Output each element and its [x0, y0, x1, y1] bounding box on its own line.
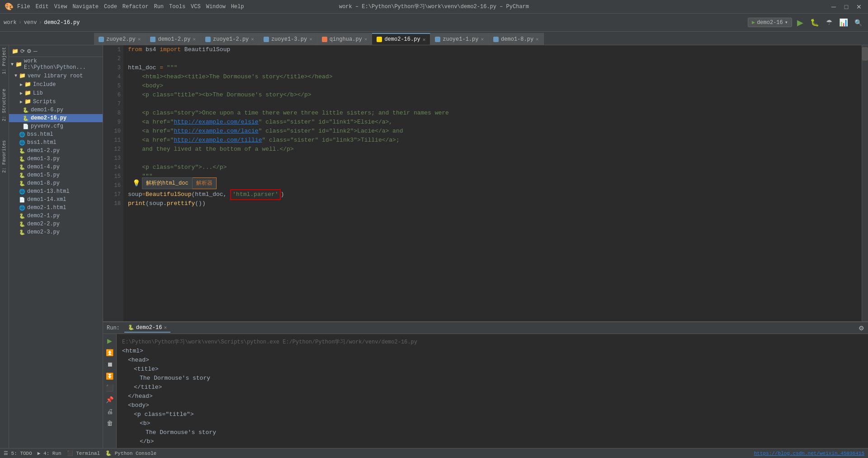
tab-close-icon[interactable]: ✕ — [536, 36, 539, 42]
tree-item-demo1-4[interactable]: 🐍 demo1-4.py — [9, 163, 103, 171]
menu-navigate[interactable]: Navigate — [72, 4, 99, 10]
tab-demo1-2[interactable]: demo1-2.py ✕ — [146, 33, 201, 45]
tab-close-icon[interactable]: ✕ — [309, 36, 312, 42]
run-wrap-btn[interactable]: ⬛ — [105, 383, 115, 393]
sidebar-toolbar-btn2[interactable]: ⟳ — [20, 48, 25, 54]
terminal-btn[interactable]: ⬛ Terminal — [67, 450, 100, 456]
sidebar-settings-btn[interactable]: ⚙ — [27, 48, 32, 54]
tree-item-demo1-3[interactable]: 🐍 demo1-3.py — [9, 155, 103, 163]
py-icon: 🐍 — [19, 148, 25, 154]
run-settings-btn[interactable]: ⚙ — [859, 324, 864, 332]
menu-vcs[interactable]: VCS — [191, 4, 201, 10]
breadcrumb-file[interactable]: demo2-16.py — [44, 19, 80, 26]
chevron-down-icon: ▾ — [785, 19, 788, 26]
run-config-selector[interactable]: ▶ demo2-16 ▾ — [748, 18, 792, 27]
breadcrumb-venv[interactable]: venv — [24, 19, 37, 26]
favorites-icon[interactable]: 2: Favorites — [2, 140, 7, 173]
tab-qinghua[interactable]: qinghua.py ✕ — [317, 33, 373, 45]
tab-demo1-8[interactable]: demo1-8.py ✕ — [489, 33, 544, 45]
tab-close-icon[interactable]: ✕ — [481, 36, 484, 42]
run-tab-demo2-16[interactable]: 🐍 demo2-16 ✕ — [124, 324, 170, 333]
tree-item-pyvenv[interactable]: 📄 pyvenv.cfg — [9, 122, 103, 130]
tree-item-include[interactable]: ▶ 📁 Include — [9, 80, 103, 89]
line-num-17: 17 — [106, 190, 121, 199]
tree-item-demo1-13[interactable]: 🌐 demo1-13.html — [9, 187, 103, 196]
run-stop-btn[interactable]: ⏫ — [105, 348, 115, 358]
tab-close-icon[interactable]: ✕ — [138, 36, 141, 42]
coverage-button[interactable]: ☂ — [823, 16, 835, 29]
tab-zuoye1-2[interactable]: zuoye1-2.py ✕ — [201, 33, 259, 45]
tree-item-work[interactable]: ▼ 📁 work E:\Python\Python... — [9, 57, 103, 72]
todo-btn[interactable]: ☰ 5: TODO — [4, 450, 32, 456]
code-editor[interactable]: 1 2 3 4 5 6 7 8 9 10 11 12 13 14 15 16 1… — [103, 45, 868, 321]
run-scroll-btn[interactable]: ⏬ — [105, 371, 115, 381]
close-button[interactable]: ✕ — [854, 2, 863, 11]
tab-zuoye1-3[interactable]: zuoye1-3.py ✕ — [259, 33, 317, 45]
editor-scrollbar[interactable] — [862, 45, 868, 321]
search-everywhere-button[interactable]: 🔍 — [852, 16, 864, 29]
run-trash-btn[interactable]: 🗑 — [105, 418, 115, 428]
kw-import: import — [160, 45, 181, 54]
run-button[interactable]: ▶ — [794, 16, 807, 29]
tree-item-demo1-14[interactable]: 📄 demo1-14.xml — [9, 196, 103, 204]
menu-help[interactable]: Help — [231, 4, 244, 10]
bulb-icon: 💡 — [132, 179, 140, 188]
tree-item-demo1-6[interactable]: 🐍 demo1-6.py — [9, 106, 103, 114]
tab-close-icon[interactable]: ✕ — [423, 37, 426, 43]
py-icon: 🐍 — [19, 164, 25, 170]
titlebar-left: 🎨 File Edit View Navigate Code Refactor … — [5, 2, 244, 11]
tab-zuoye2[interactable]: zuoye2.py ✕ — [94, 33, 146, 45]
line-num-9: 9 — [106, 118, 121, 127]
run-pin-btn[interactable]: 📌 — [105, 395, 115, 405]
maximize-button[interactable]: □ — [842, 2, 851, 11]
tab-zuoye1-1[interactable]: zuoye1-1.py ✕ — [430, 33, 489, 45]
project-icon[interactable]: 1: Project — [2, 47, 7, 74]
structure-icon[interactable]: 2: Structure — [2, 89, 7, 121]
tree-item-bss1[interactable]: 🌐 bss1.html — [9, 138, 103, 147]
tree-item-lib[interactable]: ▶ 📁 Lib — [9, 89, 103, 97]
minimize-button[interactable]: ─ — [829, 2, 838, 11]
code-content[interactable]: from bs4 import BeautifulSoup html_doc =… — [123, 45, 862, 321]
output-head-open: <head> — [122, 356, 863, 365]
tab-close-icon[interactable]: ✕ — [364, 36, 368, 42]
tree-item-demo1-2[interactable]: 🐍 demo1-2.py — [9, 147, 103, 155]
run-btn-status[interactable]: ▶ 4: Run — [38, 450, 61, 456]
breadcrumb-work[interactable]: work — [4, 19, 17, 26]
run-rerun-btn[interactable]: ⏹ — [105, 359, 115, 369]
menu-run[interactable]: Run — [154, 4, 164, 10]
tree-item-demo2-1-py[interactable]: 🐍 demo2-1.py — [9, 212, 103, 220]
python-console-btn[interactable]: 🐍 Python Console — [105, 450, 156, 456]
menu-window[interactable]: Window — [206, 4, 226, 10]
tree-item-demo1-5[interactable]: 🐍 demo1-5.py — [9, 171, 103, 179]
tree-label-demo1-14: demo1-14.xml — [27, 196, 66, 203]
tree-item-demo2-2[interactable]: 🐍 demo2-2.py — [9, 220, 103, 228]
tree-item-bss[interactable]: 🌐 bss.html — [9, 130, 103, 138]
tab-demo2-16[interactable]: demo2-16.py ✕ — [372, 33, 430, 45]
tree-item-venv[interactable]: ▼ 📁 venv library root — [9, 72, 103, 80]
menu-view[interactable]: View — [54, 4, 67, 10]
code-line-4: <html><head><title>The Dormouse's story<… — [128, 72, 862, 81]
scrollbar-thumb[interactable] — [862, 47, 868, 61]
tree-item-scripts[interactable]: ▶ 📁 Scripts — [9, 97, 103, 106]
menu-edit[interactable]: Edit — [36, 4, 49, 10]
tree-item-demo2-3[interactable]: 🐍 demo2-3.py — [9, 228, 103, 236]
tree-item-demo1-8[interactable]: 🐍 demo1-8.py — [9, 179, 103, 187]
menu-tools[interactable]: Tools — [169, 4, 185, 10]
empty — [128, 181, 132, 190]
menu-refactor[interactable]: Refactor — [123, 4, 149, 10]
tree-item-demo2-1-html[interactable]: 🌐 demo2-1.html — [9, 204, 103, 212]
debug-button[interactable]: 🐛 — [808, 16, 821, 29]
line-num-1: 1 — [106, 45, 121, 54]
tree-item-demo2-16[interactable]: 🐍 demo2-16.py — [9, 114, 103, 122]
run-config-label: demo2-16 — [757, 19, 783, 26]
tab-close-icon[interactable]: ✕ — [251, 36, 254, 42]
sidebar-collapse-btn[interactable]: ─ — [33, 48, 38, 54]
run-tab-close-icon[interactable]: ✕ — [164, 324, 167, 330]
run-print-btn[interactable]: 🖨 — [105, 406, 115, 416]
run-play-btn[interactable]: ▶ — [105, 336, 115, 346]
profile-button[interactable]: 📊 — [837, 16, 850, 29]
menu-code[interactable]: Code — [104, 4, 117, 10]
menu-file[interactable]: File — [17, 4, 30, 10]
tab-close-icon[interactable]: ✕ — [193, 36, 196, 42]
sidebar-toolbar-btn1[interactable]: 📁 — [12, 48, 19, 54]
